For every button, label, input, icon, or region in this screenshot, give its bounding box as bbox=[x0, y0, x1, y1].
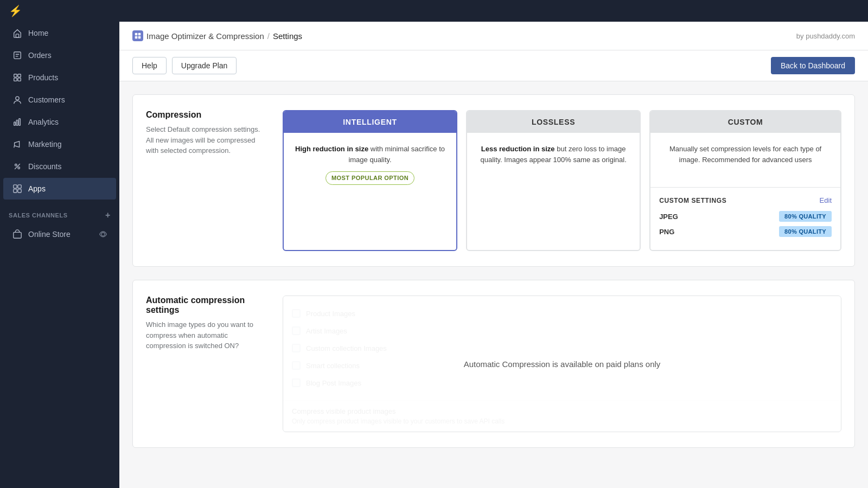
svg-rect-7 bbox=[14, 122, 16, 125]
custom-settings-title: CUSTOM SETTINGS bbox=[659, 197, 726, 204]
svg-rect-5 bbox=[18, 78, 21, 81]
home-icon bbox=[12, 28, 23, 38]
customers-icon bbox=[12, 94, 23, 105]
svg-rect-20 bbox=[135, 36, 138, 39]
intelligent-card-body: High reduction in size with minimal sacr… bbox=[284, 133, 456, 196]
auto-overlay: Automatic Compression is available on pa… bbox=[283, 296, 841, 432]
auto-compression-inner: Automatic compression settings Which ima… bbox=[146, 296, 841, 432]
header-by-label: by pushdaddy.com bbox=[796, 32, 855, 40]
svg-point-10 bbox=[15, 164, 17, 166]
svg-rect-1 bbox=[14, 52, 21, 59]
sidebar-item-online-store[interactable]: Online Store bbox=[3, 223, 116, 245]
sidebar-item-analytics[interactable]: Analytics bbox=[3, 111, 116, 133]
compression-card-lossless[interactable]: LOSSLESS Less reduction in size but zero… bbox=[466, 110, 641, 251]
svg-rect-3 bbox=[18, 74, 21, 77]
online-store-icon bbox=[12, 229, 23, 240]
compression-description: Select Default compression settings. All… bbox=[146, 124, 265, 156]
svg-point-17 bbox=[101, 233, 105, 236]
sidebar-label-marketing: Marketing bbox=[28, 140, 61, 149]
breadcrumb-separator: / bbox=[267, 31, 270, 41]
svg-point-6 bbox=[16, 97, 19, 100]
main-layout: HomeOrdersProductsCustomersAnalyticsMark… bbox=[0, 22, 868, 488]
sidebar-label-analytics: Analytics bbox=[28, 118, 59, 126]
intelligent-card-header: INTELLIGENT bbox=[284, 111, 456, 133]
sidebar-item-customers[interactable]: Customers bbox=[3, 89, 116, 111]
popular-badge: MOST POPULAR OPTION bbox=[326, 171, 414, 185]
sidebar-item-products[interactable]: Products bbox=[3, 67, 116, 88]
sidebar: HomeOrdersProductsCustomersAnalyticsMark… bbox=[0, 22, 119, 488]
breadcrumb-current-page: Settings bbox=[273, 31, 302, 41]
auto-title: Automatic compression settings bbox=[146, 296, 265, 315]
sidebar-item-apps[interactable]: Apps bbox=[3, 178, 116, 200]
compression-inner: Compression Select Default compression s… bbox=[146, 110, 841, 251]
sidebar-item-home[interactable]: Home bbox=[3, 22, 116, 44]
analytics-icon bbox=[12, 117, 23, 127]
compression-title: Compression bbox=[146, 110, 265, 120]
svg-rect-16 bbox=[14, 232, 21, 238]
png-quality-badge: 80% QUALITY bbox=[779, 226, 832, 237]
svg-rect-13 bbox=[18, 185, 21, 188]
back-to-dashboard-button[interactable]: Back to Dashboard bbox=[771, 57, 855, 74]
products-icon bbox=[12, 72, 23, 83]
content-header: Image Optimizer & Compression / Settings… bbox=[119, 22, 868, 50]
sidebar-label-home: Home bbox=[28, 29, 48, 37]
sidebar-label-orders: Orders bbox=[28, 51, 52, 60]
png-quality-row: PNG 80% QUALITY bbox=[659, 226, 832, 237]
png-label: PNG bbox=[659, 228, 674, 236]
orders-icon bbox=[12, 50, 23, 61]
auto-overlay-text: Automatic Compression is available on pa… bbox=[464, 359, 661, 369]
sidebar-item-discounts[interactable]: Discounts bbox=[3, 156, 116, 177]
auto-description: Which image types do you want to compres… bbox=[146, 319, 265, 351]
online-store-visibility-icon[interactable] bbox=[99, 230, 107, 239]
lossless-card-body: Less reduction in size but zero loss to … bbox=[467, 133, 640, 187]
svg-rect-15 bbox=[18, 189, 21, 192]
sidebar-label-apps: Apps bbox=[28, 184, 46, 193]
compression-section: Compression Select Default compression s… bbox=[132, 94, 855, 267]
sidebar-item-orders[interactable]: Orders bbox=[3, 44, 116, 66]
sidebar-label-discounts: Discounts bbox=[28, 162, 61, 171]
custom-settings-edit-link[interactable]: Edit bbox=[820, 196, 832, 204]
custom-card-body: Manually set compression levels for each… bbox=[650, 133, 840, 187]
svg-rect-2 bbox=[14, 74, 17, 77]
topbar: ⚡ bbox=[0, 0, 868, 22]
compression-left: Compression Select Default compression s… bbox=[146, 110, 265, 251]
main-content: Image Optimizer & Compression / Settings… bbox=[119, 22, 868, 488]
compression-cards-area: INTELLIGENT High reduction in size with … bbox=[283, 110, 841, 251]
intelligent-body-strong: High reduction in size bbox=[295, 145, 368, 153]
sales-channels-section: SALES CHANNELS + bbox=[0, 204, 119, 223]
topbar-logo: ⚡ bbox=[9, 4, 22, 17]
custom-settings-header: CUSTOM SETTINGS Edit bbox=[659, 196, 832, 204]
lossless-card-header: LOSSLESS bbox=[467, 111, 640, 133]
svg-rect-4 bbox=[14, 78, 17, 81]
custom-card-header: CUSTOM bbox=[650, 111, 840, 133]
compression-card-custom[interactable]: CUSTOM Manually set compression levels f… bbox=[649, 110, 841, 251]
toolbar: Help Upgrade Plan Back to Dashboard bbox=[119, 50, 868, 81]
svg-rect-0 bbox=[16, 34, 18, 37]
lossless-body-strong: Less reduction in size bbox=[481, 145, 555, 153]
svg-rect-18 bbox=[135, 33, 138, 36]
auto-compression-section: Automatic compression settings Which ima… bbox=[132, 280, 855, 448]
apps-icon bbox=[12, 183, 23, 194]
custom-settings-section: CUSTOM SETTINGS Edit JPEG 80% QUALITY PN… bbox=[650, 187, 840, 250]
sidebar-label-products: Products bbox=[28, 73, 58, 82]
breadcrumb-app-name: Image Optimizer & Compression bbox=[146, 31, 264, 41]
add-sales-channel-button[interactable]: + bbox=[105, 211, 111, 220]
svg-rect-12 bbox=[14, 185, 17, 188]
sidebar-item-marketing[interactable]: Marketing bbox=[3, 133, 116, 155]
svg-rect-9 bbox=[19, 119, 21, 126]
app-icon bbox=[132, 30, 143, 41]
content-body: Compression Select Default compression s… bbox=[119, 81, 868, 474]
help-button[interactable]: Help bbox=[132, 57, 167, 74]
svg-point-11 bbox=[18, 167, 20, 169]
sidebar-label-customers: Customers bbox=[28, 95, 65, 104]
compression-card-intelligent[interactable]: INTELLIGENT High reduction in size with … bbox=[283, 110, 457, 251]
sales-channels-label: SALES CHANNELS bbox=[9, 212, 68, 219]
upgrade-plan-button[interactable]: Upgrade Plan bbox=[172, 57, 237, 74]
svg-rect-14 bbox=[14, 189, 17, 192]
jpeg-quality-badge: 80% QUALITY bbox=[779, 211, 832, 222]
discounts-icon bbox=[12, 161, 23, 172]
svg-rect-19 bbox=[138, 33, 141, 36]
jpeg-quality-row: JPEG 80% QUALITY bbox=[659, 211, 832, 222]
online-store-label: Online Store bbox=[28, 230, 71, 239]
auto-left: Automatic compression settings Which ima… bbox=[146, 296, 265, 432]
